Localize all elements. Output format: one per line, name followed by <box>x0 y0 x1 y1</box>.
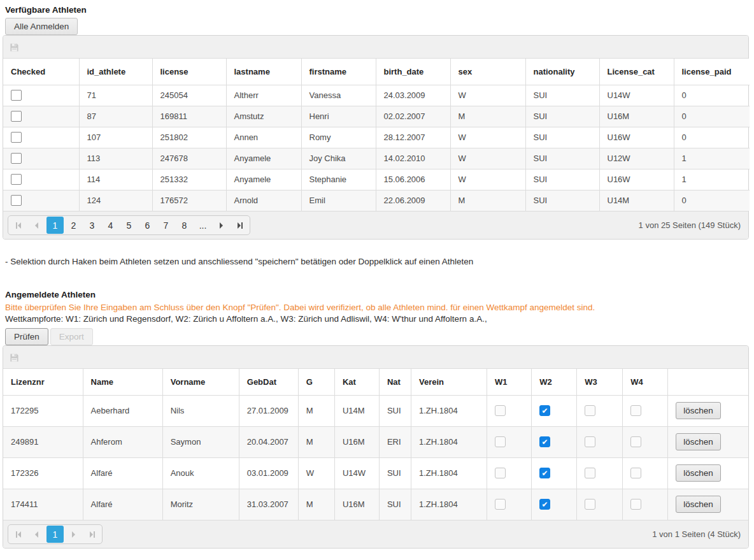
registered-header-row: Lizenznr Name Vorname GebDat G Kat Nat V… <box>3 369 748 395</box>
first-page-icon <box>16 531 17 538</box>
next-page-button[interactable] <box>213 217 230 234</box>
w1-checkbox[interactable] <box>495 436 506 447</box>
page-number-button[interactable]: 5 <box>120 217 138 234</box>
cell-nat: SUI <box>379 457 411 489</box>
cell-lastname: Altherr <box>226 85 301 106</box>
w3-checkbox[interactable] <box>585 499 595 510</box>
registered-table-row: 249891AhferomSaymon20.04.2007MU16MERI1.Z… <box>3 426 748 457</box>
cell-kat: U14W <box>334 457 379 489</box>
cell-w2: ✔ <box>532 457 577 489</box>
page-number-button[interactable]: 3 <box>83 217 101 234</box>
arrow-left-icon <box>35 531 38 538</box>
prev-page-button[interactable] <box>28 217 45 234</box>
page-number-button[interactable]: 4 <box>102 217 119 234</box>
available-header-row: Checked id_athlete license lastname firs… <box>3 59 750 85</box>
cell-lastname: Anyamele <box>226 148 301 169</box>
w2-checkbox[interactable]: ✔ <box>539 405 550 416</box>
registered-athletes-table: Lizenznr Name Vorname GebDat G Kat Nat V… <box>3 369 748 520</box>
available-table-row: 87169811AmstutzHenri02.02.2007MSUIU16M0 <box>3 106 750 127</box>
column-header-id-athlete: id_athlete <box>79 59 152 85</box>
available-grid-pagerbar: 12345678... 1 von 25 Seiten (149 Stück) <box>3 211 748 239</box>
cell-license_cat: U16M <box>599 106 674 127</box>
w4-checkbox[interactable] <box>630 499 641 510</box>
cell-sex: W <box>450 127 525 148</box>
arrow-right-icon <box>90 531 93 538</box>
w2-checkbox[interactable]: ✔ <box>539 436 550 447</box>
cell-actions: löschen <box>668 457 748 489</box>
delete-button[interactable]: löschen <box>676 433 721 450</box>
cell-w3 <box>577 426 623 457</box>
cell-license_cat: U14M <box>599 190 674 211</box>
cell-license: 251332 <box>152 169 226 190</box>
cell-checked <box>3 190 79 211</box>
page-number-button[interactable]: 6 <box>139 217 156 234</box>
cell-firstname: Stephanie <box>301 169 376 190</box>
first-page-button[interactable] <box>10 217 27 234</box>
row-select-checkbox[interactable] <box>11 90 22 101</box>
delete-button[interactable]: löschen <box>676 464 721 482</box>
w1-checkbox[interactable] <box>495 499 506 510</box>
cell-sex: M <box>450 106 525 127</box>
registered-table-row: 172326AlfaréAnouk03.01.2009WU14WSUI1.ZH.… <box>3 457 748 489</box>
delete-button[interactable]: löschen <box>676 496 721 513</box>
next-page-button[interactable] <box>65 526 82 543</box>
last-page-button[interactable] <box>231 217 248 234</box>
registered-grid-toolbar <box>3 346 748 369</box>
cell-lizenznr: 174411 <box>3 489 83 520</box>
more-pages-button[interactable]: ... <box>194 217 211 234</box>
row-select-checkbox[interactable] <box>11 195 22 206</box>
cell-sex: W <box>450 85 525 106</box>
page-number-button[interactable]: 7 <box>157 217 174 234</box>
row-select-checkbox[interactable] <box>11 174 22 185</box>
w3-checkbox[interactable] <box>585 468 595 478</box>
cell-id_athlete: 107 <box>79 127 152 148</box>
page-number-button[interactable]: 2 <box>65 217 82 234</box>
column-header-firstname: firstname <box>301 59 376 85</box>
cell-license: 251802 <box>152 127 226 148</box>
delete-button[interactable]: löschen <box>676 402 721 419</box>
w4-checkbox[interactable] <box>630 405 641 416</box>
page-number-button[interactable]: 1 <box>46 526 64 543</box>
cell-vorname: Moritz <box>162 489 239 520</box>
column-header-w2: W2 <box>532 369 577 395</box>
w1-checkbox[interactable] <box>495 405 506 416</box>
w3-checkbox[interactable] <box>585 405 595 416</box>
register-all-button[interactable]: Alle Anmelden <box>5 18 78 35</box>
cell-actions: löschen <box>668 395 748 426</box>
w2-checkbox[interactable]: ✔ <box>539 499 550 510</box>
row-select-checkbox[interactable] <box>11 153 22 164</box>
row-select-checkbox[interactable] <box>11 111 22 122</box>
w2-checkbox[interactable]: ✔ <box>539 468 550 478</box>
column-header-w1: W1 <box>487 369 532 395</box>
cell-birth_date: 14.02.2010 <box>376 148 450 169</box>
first-page-button[interactable] <box>10 526 27 543</box>
column-header-license: license <box>152 59 226 85</box>
w3-checkbox[interactable] <box>585 436 595 447</box>
column-header-license-paid: license_paid <box>674 59 750 85</box>
row-select-checkbox[interactable] <box>11 132 22 143</box>
export-button[interactable]: Export <box>50 328 93 345</box>
cell-w2: ✔ <box>532 489 577 520</box>
cell-g: W <box>298 457 334 489</box>
prev-page-button[interactable] <box>28 526 45 543</box>
w4-checkbox[interactable] <box>630 468 641 478</box>
column-header-w3: W3 <box>577 369 623 395</box>
available-table-row: 114251332AnyameleStephanie15.06.2006WSUI… <box>3 169 750 190</box>
available-table-row: 113247678AnyameleJoy Chika14.02.2010WSUI… <box>3 148 750 169</box>
cell-nationality: SUI <box>525 85 599 106</box>
cell-nat: SUI <box>379 395 411 426</box>
page-number-button[interactable]: 8 <box>176 217 193 234</box>
cell-birth_date: 24.03.2009 <box>376 85 450 106</box>
registered-actions: Prüfen Export <box>5 328 749 345</box>
cell-checked <box>3 106 79 127</box>
cell-w2: ✔ <box>532 426 577 457</box>
venues-text: Wettkampforte: W1: Zürich und Regensdorf… <box>5 314 749 324</box>
cell-sex: M <box>450 190 525 211</box>
w1-checkbox[interactable] <box>495 468 506 478</box>
w4-checkbox[interactable] <box>630 436 641 447</box>
registered-athletes-grid: Lizenznr Name Vorname GebDat G Kat Nat V… <box>3 345 749 549</box>
last-page-button[interactable] <box>83 526 101 543</box>
cell-sex: W <box>450 148 525 169</box>
check-button[interactable]: Prüfen <box>5 328 48 345</box>
page-number-button[interactable]: 1 <box>46 217 64 234</box>
